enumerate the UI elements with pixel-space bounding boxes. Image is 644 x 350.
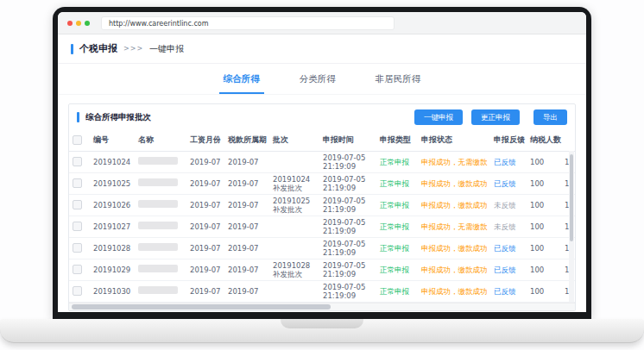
traffic-light-red-icon [67,21,73,26]
cell-id: 20191028 [90,237,135,259]
table-row: 201910242019-072019-072019-07-0521:19:09… [69,151,575,172]
feedback-status-badge: 已反馈 [494,179,516,188]
cell-name [135,216,186,237]
cell-batch: 20191028补发批次 [269,259,319,280]
row-checkbox[interactable] [73,157,82,166]
cell-batch [269,216,319,237]
horizontal-scrollbar[interactable] [69,303,575,310]
redacted-name-block [138,178,178,186]
panel-title: 综合所得申报批次 [85,112,151,123]
cell-batch [269,280,319,302]
cell-taxpayers: 100 [527,259,561,280]
cell-check [69,151,90,172]
cell-name [135,194,186,216]
tab-classified-income[interactable]: 分类所得 [295,73,340,94]
breadcrumb: 一键申报 [149,43,184,55]
col-header-time: 申报时间 [319,130,376,151]
cell-id: 20191027 [90,216,135,237]
cell-taxpayers: 100 [527,280,561,302]
redacted-name-block [138,286,178,294]
traffic-light-green-icon [85,21,90,26]
cell-batch: 20191025补发批次 [269,194,319,216]
col-header-check [69,130,90,151]
cell-type: 正常申报 [376,151,418,172]
laptop-mockup-stage: http://www.careerintlinc.com 个税申报 >>> 一键… [0,0,644,350]
one-click-file-button[interactable]: 一键申报 [414,109,463,125]
cell-name [135,151,186,172]
cell-period: 2019-07 [224,172,269,194]
row-checkbox[interactable] [73,222,82,231]
export-button[interactable]: 导出 [534,109,567,125]
col-header-taxpayers: 纳税人数 [527,130,561,151]
cell-status: 申报成功，缴款成功 [418,280,490,302]
cell-time: 2019-07-0521:19:09 [319,280,376,302]
col-header-batch: 批次 [269,130,319,151]
cell-id: 20191026 [90,194,135,216]
cell-batch [269,151,319,172]
cell-feedback: 已反馈 [490,237,527,259]
row-checkbox[interactable] [73,243,82,253]
vertical-scrollbar[interactable] [569,151,574,302]
browser-chrome: http://www.careerintlinc.com [58,12,586,34]
cell-month: 2019-07 [186,194,224,216]
col-header-feedback: 申报反馈 [490,130,527,151]
cell-status: 申报成功，缴款成功 [418,172,490,194]
batch-panel: 综合所得申报批次 一键申报 更正申报 导出 编号名称工资月份税款所属期批次申报时… [68,103,576,311]
feedback-status-badge: 未反馈 [494,222,516,231]
cell-status: 申报成功，无需缴款 [418,151,490,172]
address-bar[interactable]: http://www.careerintlinc.com [101,16,395,30]
cell-taxpayers: 100 [527,172,561,194]
horizontal-scroll-thumb[interactable] [72,304,331,309]
select-all-checkbox[interactable] [73,135,82,145]
cell-month: 2019-07 [186,259,224,280]
cell-status: 申报成功，缴款成功 [418,194,490,216]
cell-period: 2019-07 [224,194,269,216]
cell-status: 申报成功，无需缴款 [418,216,490,237]
tab-nonresident-income[interactable]: 非居民所得 [371,73,426,94]
table-header-row: 编号名称工资月份税款所属期批次申报时间申报类型申报状态申报反馈纳税人数 [69,130,575,151]
cell-time: 2019-07-0521:19:09 [319,216,376,237]
row-checkbox[interactable] [73,200,82,209]
cell-time: 2019-07-0521:19:09 [319,259,376,280]
cell-feedback: 未反馈 [490,194,527,216]
row-checkbox[interactable] [73,286,82,296]
page-header: 个税申报 >>> 一键申报 [58,34,586,64]
tab-comprehensive-income[interactable]: 综合所得 [219,73,264,94]
cell-period: 2019-07 [224,280,269,302]
cell-type: 正常申报 [376,259,418,280]
cell-period: 2019-07 [224,151,269,172]
col-header-type: 申报类型 [376,130,418,151]
cell-check [69,216,90,237]
cell-feedback: 已反馈 [490,280,527,302]
cell-time: 2019-07-0521:19:09 [319,237,376,259]
col-header-id: 编号 [90,130,135,151]
cell-time: 2019-07-0521:19:09 [319,172,376,194]
table-row: 201910292019-072019-0720191028补发批次2019-0… [69,259,575,280]
batch-table: 编号名称工资月份税款所属期批次申报时间申报类型申报状态申报反馈纳税人数 2019… [69,130,575,303]
cell-month: 2019-07 [186,151,224,172]
table-row: 201910282019-072019-072019-07-0521:19:09… [69,237,575,259]
cell-type: 正常申报 [376,194,418,216]
cell-name [135,280,186,302]
traffic-light-yellow-icon [76,21,81,26]
vertical-scroll-thumb[interactable] [570,154,573,241]
breadcrumb-separator: >>> [123,45,143,53]
panel-header: 综合所得申报批次 一键申报 更正申报 导出 [69,104,575,130]
feedback-status-badge: 已反馈 [494,266,516,274]
cell-period: 2019-07 [224,259,269,280]
amend-file-button[interactable]: 更正申报 [471,109,520,125]
cell-status: 申报成功，缴款成功 [418,237,490,259]
cell-check [69,194,90,216]
feedback-status-badge: 未反馈 [494,201,516,209]
table-viewport: 编号名称工资月份税款所属期批次申报时间申报类型申报状态申报反馈纳税人数 2019… [69,130,575,303]
table-row: 201910272019-072019-072019-07-0521:19:09… [69,216,575,237]
cell-month: 2019-07 [186,216,224,237]
col-header-month: 工资月份 [186,130,224,151]
row-checkbox[interactable] [73,178,82,188]
page-title: 个税申报 [79,42,117,55]
cell-type: 正常申报 [376,280,418,302]
cell-taxpayers: 100 [527,216,561,237]
redacted-name-block [138,243,178,251]
row-checkbox[interactable] [73,265,82,274]
col-header-name: 名称 [135,130,186,151]
